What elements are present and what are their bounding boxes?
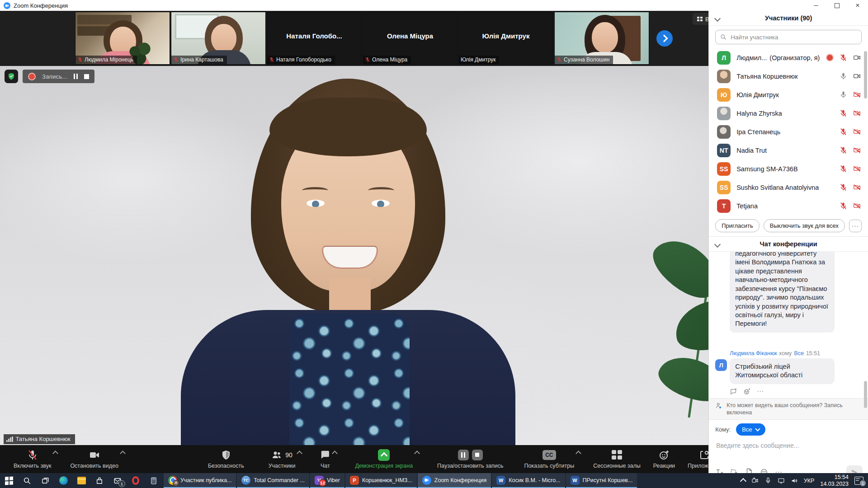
close-button[interactable]: ✕ bbox=[847, 0, 868, 11]
search-button[interactable] bbox=[18, 473, 36, 488]
message-more-button[interactable]: ··· bbox=[757, 388, 764, 395]
captions-options-chevron[interactable] bbox=[576, 450, 581, 456]
video-thumbnail[interactable]: Олена Міцура Олена Міцура bbox=[363, 12, 458, 65]
taskbar-window-chrome[interactable]: Л Участник публика... bbox=[164, 473, 236, 488]
participants-button[interactable]: 90 Участники bbox=[262, 445, 302, 473]
tray-volume-icon[interactable] bbox=[791, 477, 798, 484]
camera-off-icon bbox=[853, 165, 861, 173]
participant-row[interactable]: Татьяна Коршевнюк bbox=[709, 67, 868, 85]
security-button[interactable]: Безопасность bbox=[202, 445, 250, 473]
mail-badge: 1 bbox=[118, 480, 125, 487]
tray-display-icon[interactable] bbox=[778, 477, 785, 484]
opera-icon[interactable] bbox=[127, 473, 145, 488]
participant-row[interactable]: NT Nadia Trut bbox=[709, 141, 868, 160]
next-page-arrow[interactable] bbox=[656, 30, 673, 47]
mail-icon[interactable]: 1 bbox=[108, 473, 127, 488]
video-thumbnail[interactable]: Людмила Міронець bbox=[75, 12, 170, 65]
thumbnail-name-label: Ірина Карташова bbox=[171, 56, 227, 64]
collapse-chat-chevron[interactable] bbox=[714, 241, 721, 248]
microsoft-store-icon[interactable] bbox=[90, 473, 108, 488]
chat-scrollbar[interactable] bbox=[864, 381, 867, 408]
avatar-photo bbox=[717, 125, 731, 139]
video-thumbnail[interactable]: Ірина Карташова bbox=[171, 12, 266, 65]
mute-all-button[interactable]: Выключить звук для всех bbox=[764, 219, 845, 232]
task-view-button[interactable] bbox=[36, 473, 54, 488]
stop-recording-button[interactable] bbox=[84, 74, 89, 79]
video-options-chevron[interactable] bbox=[120, 450, 126, 456]
avatar-photo bbox=[717, 107, 731, 120]
recording-dot-icon bbox=[826, 54, 834, 61]
calculator-icon[interactable] bbox=[145, 473, 163, 488]
breakout-rooms-button[interactable]: Сессионные залы bbox=[587, 445, 647, 473]
participant-search[interactable] bbox=[715, 30, 862, 44]
notification-center-icon[interactable]: 1 bbox=[854, 477, 863, 485]
tray-mic-icon[interactable] bbox=[764, 477, 772, 484]
chat-scroll-area[interactable]: педагогічного університету імені Володим… bbox=[709, 252, 868, 346]
tray-expand-chevron[interactable] bbox=[740, 478, 746, 484]
participant-row[interactable]: SS Sushko Svitlana Anatolyivna bbox=[709, 178, 868, 197]
send-icon bbox=[851, 469, 859, 473]
video-thumbnail[interactable]: Наталя Голобо... Наталя Голобородько bbox=[267, 12, 362, 65]
who-can-see-icon bbox=[715, 402, 722, 409]
taskbar-window-word-2[interactable]: W ПРисутні Коршев... bbox=[566, 473, 637, 488]
participant-row[interactable]: Іра Степанець bbox=[709, 122, 868, 141]
language-indicator[interactable]: УКР bbox=[804, 478, 815, 484]
taskbar-window-word-1[interactable]: W Косик В.М. - Micro... bbox=[492, 473, 565, 488]
share-screen-button[interactable]: Демонстрация экрана bbox=[349, 445, 419, 473]
mic-options-chevron[interactable] bbox=[53, 450, 59, 456]
pause-recording-button[interactable] bbox=[74, 74, 78, 79]
chat-button[interactable]: Чат bbox=[313, 445, 337, 473]
file-explorer-icon[interactable] bbox=[72, 473, 90, 488]
captions-button[interactable]: CC Показать субтитры bbox=[518, 445, 580, 473]
clock[interactable]: 15:54 14.03.2023 bbox=[820, 474, 849, 488]
active-speaker-name: Татьяна Коршевнюк bbox=[4, 434, 75, 444]
unmute-button[interactable]: Включить звук bbox=[7, 445, 57, 473]
emoji-icon[interactable] bbox=[760, 468, 768, 473]
participants-options-chevron[interactable] bbox=[297, 450, 303, 456]
avatar: Ю bbox=[717, 88, 731, 102]
participant-row[interactable]: SS Samsung SM-A736B bbox=[709, 160, 868, 178]
search-input[interactable] bbox=[730, 33, 857, 41]
stop-video-button[interactable]: Остановить видео bbox=[64, 445, 125, 473]
format-text-icon[interactable] bbox=[715, 468, 723, 473]
maximize-button[interactable] bbox=[826, 0, 847, 11]
input-more-button[interactable]: ··· bbox=[775, 468, 782, 473]
chat-options-chevron[interactable] bbox=[332, 450, 338, 456]
notification-badge: 1 bbox=[859, 480, 866, 487]
participant-row[interactable]: Halyna Zhyrska bbox=[709, 104, 868, 122]
taskbar-window-powerpoint[interactable]: P Коршевнюк_НМЗ... bbox=[345, 473, 417, 488]
video-thumbnail[interactable]: Сузанна Волошин bbox=[554, 12, 649, 65]
stop-record-icon[interactable] bbox=[472, 450, 483, 460]
file-icon[interactable] bbox=[745, 468, 753, 473]
taskbar-window-totalcmd[interactable]: TC Total Commander ... bbox=[237, 473, 309, 488]
recipient-select[interactable]: Все bbox=[736, 423, 765, 436]
muted-mic-icon bbox=[840, 183, 847, 191]
pause-stop-recording-button[interactable]: Пауза/остановить запись bbox=[431, 445, 509, 473]
collapse-participants-chevron[interactable] bbox=[714, 15, 721, 22]
pause-record-icon[interactable] bbox=[458, 450, 469, 460]
emoji-plus-icon[interactable] bbox=[743, 388, 751, 395]
invite-button[interactable]: Пригласить bbox=[715, 219, 760, 232]
start-button[interactable] bbox=[0, 473, 18, 488]
participant-row[interactable]: Л Людмил... (Организатор, я) bbox=[709, 48, 868, 67]
send-button[interactable] bbox=[846, 465, 863, 473]
taskbar-window-viber[interactable]: V 12 Viber bbox=[310, 473, 344, 488]
tray-camera-icon[interactable] bbox=[751, 477, 759, 484]
security-shield-button[interactable] bbox=[5, 70, 18, 83]
participant-row[interactable]: Ю Юлія Дмитрук bbox=[709, 85, 868, 104]
minimize-button[interactable] bbox=[806, 0, 826, 11]
recording-label: Запись... bbox=[42, 73, 67, 80]
edge-icon[interactable] bbox=[54, 473, 72, 488]
screenshot-icon[interactable] bbox=[730, 468, 738, 473]
share-options-chevron[interactable] bbox=[414, 450, 420, 456]
taskbar-window-zoom[interactable]: Zoom Конференция bbox=[418, 473, 491, 488]
reply-plus-icon[interactable] bbox=[730, 388, 737, 395]
participants-scrollbar[interactable] bbox=[864, 51, 867, 99]
video-thumbnail[interactable]: Юлія Дмитрук Юлія Дмитрук bbox=[458, 12, 553, 65]
chat-input[interactable] bbox=[715, 441, 862, 459]
reactions-button[interactable]: Реакции bbox=[647, 445, 681, 473]
participants-more-button[interactable]: ··· bbox=[849, 220, 862, 232]
search-icon bbox=[720, 34, 726, 40]
participant-row[interactable]: T Tetjana bbox=[709, 197, 868, 215]
record-dot-icon bbox=[28, 73, 36, 80]
